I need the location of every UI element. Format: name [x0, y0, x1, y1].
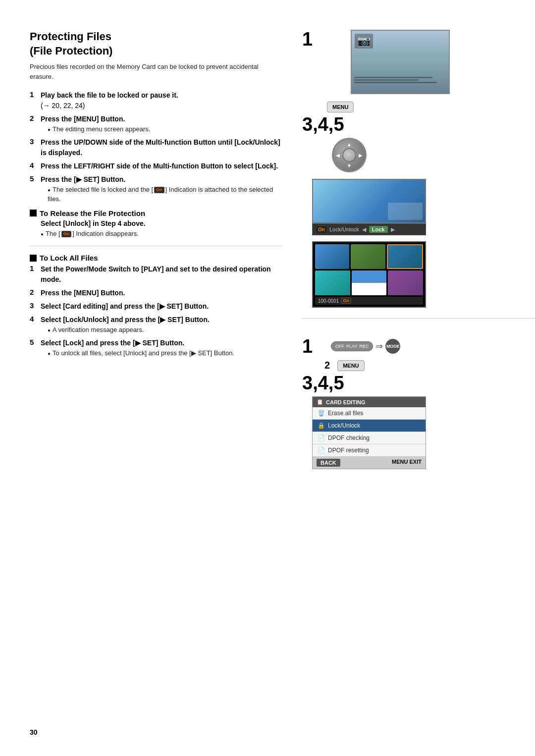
- page-title: Protecting Files (File Protection): [30, 30, 282, 58]
- step-2-note: The editing menu screen appears.: [48, 124, 282, 134]
- step-num-4: 4: [30, 161, 41, 169]
- lock-step-num-1: 1: [30, 264, 41, 272]
- title-line2: (File Protection): [30, 45, 112, 57]
- on-badge-2: On: [61, 231, 72, 237]
- step-num-1: 1: [30, 90, 41, 99]
- right-num-1: 1: [302, 30, 322, 49]
- step-num-2: 2: [30, 114, 41, 122]
- thumb-line-1: [354, 77, 432, 78]
- exit-label: MENU EXIT: [392, 459, 422, 467]
- multi-func-button[interactable]: ▲ ▼ ◀ ▶: [332, 138, 367, 172]
- lock-step-num-4: 4: [30, 315, 41, 323]
- center-button[interactable]: [342, 148, 356, 162]
- step-4-content: Press the LEFT/RIGHT side of the Multi-f…: [41, 161, 282, 171]
- card-menu-item-3[interactable]: 📄 DPOF checking: [313, 432, 426, 444]
- to-release-header: To Release the File Protection: [30, 209, 282, 217]
- right-section-2: 1 OFF PLAY REC ⇒ MODE 2 MENU: [302, 337, 535, 469]
- menu-button-2[interactable]: MENU: [337, 360, 364, 371]
- lock-step-3-content: Select [Card editing] and press the [▶ S…: [41, 301, 282, 312]
- step-3-content: Press the UP/DOWN side of the Multi-func…: [41, 137, 282, 158]
- step-5-note: The selected file is locked and the [On]…: [48, 185, 282, 204]
- mode-switch: OFF PLAY REC ⇒ MODE: [331, 339, 400, 354]
- card-menu-item-1[interactable]: 🗑️ Erase all files: [313, 407, 426, 420]
- step-4: 4 Press the LEFT/RIGHT side of the Multi…: [30, 161, 282, 171]
- file-number: 100-0001: [318, 298, 339, 304]
- lock-step-2-bold: Press the [MENU] Button.: [41, 289, 125, 297]
- lcd-image: [312, 179, 426, 223]
- to-release-title: To Release the File Protection: [40, 209, 145, 217]
- lock-step-5-content: Select [Lock] and press the [▶ SET] Butt…: [41, 338, 282, 358]
- card-edit-footer: BACK MENU EXIT: [313, 457, 426, 469]
- erase-icon: 🗑️: [318, 410, 325, 417]
- page-number: 30: [30, 728, 38, 736]
- step-num-3: 3: [30, 137, 41, 146]
- thumb-line-2: [354, 79, 419, 81]
- chevron-right-icon: ▶: [391, 226, 395, 233]
- lock-step-2-content: Press the [MENU] Button.: [41, 288, 282, 298]
- mode-btn-label: MODE: [386, 344, 400, 349]
- thumb-bottom-bar: 100-0001 On: [315, 297, 423, 305]
- left-column: Protecting Files (File Protection) Preci…: [30, 30, 297, 726]
- lock-text: Lock: [369, 226, 388, 233]
- menu-button-area: MENU: [324, 102, 535, 112]
- card-menu-item-4[interactable]: 📄 DPOF resetting: [313, 444, 426, 457]
- lock-step-num-5: 5: [30, 338, 41, 346]
- card-menu-item-2[interactable]: 🔒 Lock/Unlock: [313, 420, 426, 432]
- card-editing-menu: 📋 CARD EDITING 🗑️ Erase all files 🔒 Lock…: [312, 396, 426, 469]
- card-icon: 📋: [317, 399, 323, 405]
- down-arrow-icon: ▼: [347, 163, 352, 168]
- on-badge-thumb: On: [341, 298, 351, 304]
- lock-step-1-content: Set the Power/Mode Switch to [PLAY] and …: [41, 264, 282, 285]
- step-2: 2 Press the [MENU] Button. The editing m…: [30, 114, 282, 134]
- to-release-step: Select [Unlock] in Step 4 above.: [41, 219, 282, 227]
- menu-button-area-2: 2 MENU: [324, 360, 535, 371]
- menu-button[interactable]: MENU: [327, 102, 354, 112]
- lock-step-num-3: 3: [30, 301, 41, 310]
- right-num-345: 3,4,5: [302, 115, 535, 134]
- right-num-2b: 2: [324, 360, 330, 371]
- to-release-step-text: Select [Unlock] in Step 4 above.: [41, 219, 146, 227]
- thumb-cell-6: [388, 270, 423, 295]
- chevron-left-icon: ◀: [362, 226, 366, 233]
- lock-step-5-note: To unlock all files, select [Unlock] and…: [48, 348, 282, 358]
- step-1-bold: Play back the file to be locked or pause…: [41, 91, 178, 99]
- thumb-cell-4: [315, 270, 350, 295]
- divider-line: [30, 246, 282, 246]
- step-1-content: Play back the file to be locked or pause…: [41, 90, 282, 111]
- lcd-preview: On Lock/Unlock ◀ Lock ▶: [312, 179, 535, 235]
- page-description: Precious files recorded on the Memory Ca…: [30, 62, 282, 81]
- step-5-bold: Press the [▶ SET] Button.: [41, 175, 125, 183]
- lock-unlock-text: Lock/Unlock: [329, 226, 359, 232]
- step-num-5: 5: [30, 174, 41, 183]
- thumb-line-3: [354, 82, 437, 83]
- dpof-check-label: DPOF checking: [328, 434, 370, 441]
- lock-unlock-label: Lock/Unlock: [328, 422, 360, 429]
- to-lock-all-header: To Lock All Files: [30, 254, 282, 262]
- thumbnail-grid: 100-0001 On: [312, 241, 426, 308]
- step-1-ref: (→ 20, 22, 24): [41, 101, 282, 111]
- dpof-reset-icon: 📄: [318, 447, 325, 454]
- back-button[interactable]: BACK: [317, 459, 340, 467]
- mode-switch-body: OFF PLAY REC: [331, 341, 373, 351]
- mode-arrow-icon: ⇒: [375, 341, 383, 352]
- right-num-1b: 1: [302, 337, 322, 356]
- dpof-reset-label: DPOF resetting: [328, 447, 369, 454]
- black-square-icon-2: [30, 255, 37, 262]
- right-section-1: 1 📷: [302, 30, 535, 94]
- mode-off-label: OFF: [335, 344, 344, 349]
- mode-button[interactable]: MODE: [385, 339, 400, 354]
- step-2-bold: Press the [MENU] Button.: [41, 115, 125, 123]
- thumb-cell-3: [387, 244, 423, 269]
- thumb-cell-5: [352, 270, 387, 295]
- on-icon-small: On: [317, 226, 326, 233]
- thumb-cell-2: [351, 244, 385, 269]
- lock-step-1-bold: Set the Power/Mode Switch to [PLAY] and …: [41, 265, 271, 283]
- section-divider: [302, 318, 535, 319]
- thumb-cell-1: [315, 244, 349, 269]
- lock-step-5: 5 Select [Lock] and press the [▶ SET] Bu…: [30, 338, 282, 358]
- left-arrow-icon: ◀: [336, 153, 340, 158]
- lock-step-4-content: Select [Lock/Unlock] and press the [▶ SE…: [41, 315, 282, 335]
- right-arrow-icon: ▶: [359, 153, 363, 158]
- lock-step-4-bold: Select [Lock/Unlock] and press the [▶ SE…: [41, 316, 210, 324]
- step-1: 1 Play back the file to be locked or pau…: [30, 90, 282, 111]
